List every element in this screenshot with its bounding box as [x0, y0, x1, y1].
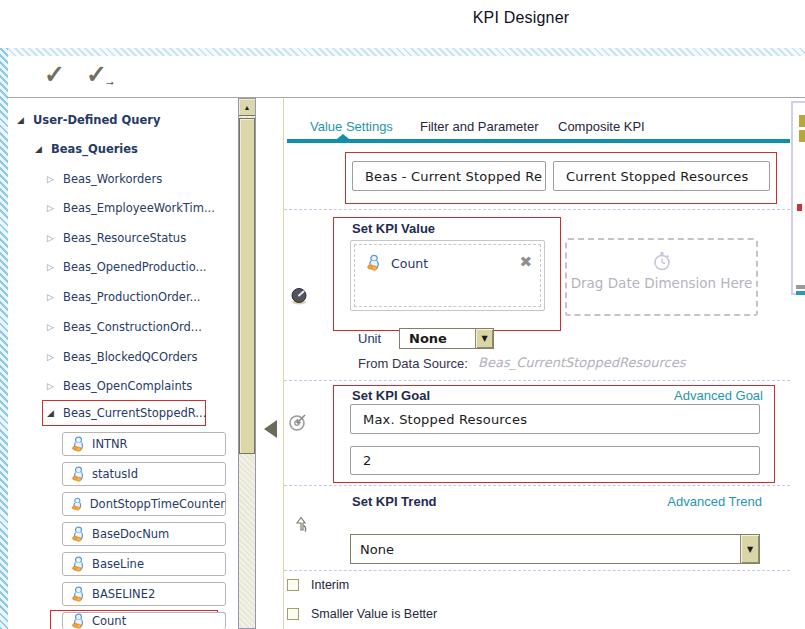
tree-item-label[interactable]: Beas_OpenedProductio...: [63, 260, 207, 274]
tree-item-label[interactable]: User-Defined Query: [33, 113, 160, 127]
tree-collapsed-icon[interactable]: ▷: [44, 174, 57, 184]
tree-expanded-icon[interactable]: ◢: [44, 408, 57, 418]
confirm-icon[interactable]: ✓: [44, 62, 65, 87]
tab-filter-and-parameter[interactable]: Filter and Parameter: [420, 119, 539, 134]
section-separator: [284, 485, 790, 486]
field-item-dontstopptimecounter[interactable]: DontStoppTimeCounter: [62, 492, 226, 516]
date-dropzone-hint: Drag Date Dimension Here: [567, 275, 756, 291]
field-item-basedocnum[interactable]: BaseDocNum: [62, 522, 226, 546]
kpi-goal-target-icon: [287, 411, 309, 433]
field-label: BASELINE2: [92, 587, 155, 601]
clipped-legend-swatch: [799, 115, 805, 127]
toolbar: ✓ ✓ →: [8, 56, 805, 97]
interim-checkbox[interactable]: [287, 579, 299, 591]
field-item-baseline2[interactable]: BASELINE2: [62, 582, 226, 606]
tree-item-label[interactable]: Beas_OpenComplaints: [63, 379, 192, 393]
measure-field-icon: [70, 556, 86, 572]
tree-item-label[interactable]: Beas_ResourceStatus: [63, 231, 186, 245]
tree-item-query[interactable]: ▷ Beas_BlockedQCOrders: [44, 348, 198, 366]
tree-collapsed-icon[interactable]: ▷: [44, 292, 57, 302]
tab-underline-bar: [287, 139, 790, 143]
measure-field-icon: [365, 254, 382, 271]
field-label: INTNR: [92, 437, 128, 451]
tree-item-label[interactable]: Beas_Queries: [51, 142, 138, 156]
dropdown-arrow-button[interactable]: ▼: [475, 329, 493, 348]
tree-item-label[interactable]: Beas_ConstructionOrd...: [63, 320, 202, 334]
tree-collapsed-icon[interactable]: ▷: [44, 352, 57, 362]
set-kpi-trend-heading: Set KPI Trend: [352, 494, 437, 509]
scrollbar-thumb[interactable]: [239, 118, 255, 454]
scrollbar-up-button[interactable]: ▲: [239, 99, 255, 116]
unit-dropdown[interactable]: None ▼: [399, 328, 494, 349]
tree-collapsed-icon[interactable]: ▷: [44, 203, 57, 213]
date-dimension-dropzone[interactable]: Drag Date Dimension Here: [565, 238, 758, 316]
kpi-technical-name-input[interactable]: Beas - Current Stopped Re: [352, 161, 546, 191]
advanced-goal-link[interactable]: Advanced Goal: [600, 388, 763, 403]
field-label: BaseLine: [92, 557, 144, 571]
field-item-baseline[interactable]: BaseLine: [62, 552, 226, 576]
measure-field-icon: [70, 466, 86, 482]
measure-chip[interactable]: [365, 254, 382, 275]
tree-expanded-icon[interactable]: ◢: [32, 144, 45, 154]
tree-item-query[interactable]: ▷ Beas_ResourceStatus: [44, 229, 186, 247]
dropdown-arrow-button[interactable]: ▼: [740, 535, 759, 563]
measure-field-icon: [70, 436, 86, 452]
chevron-down-icon: ▼: [747, 545, 753, 554]
goal-name-input[interactable]: Max. Stopped Resources: [350, 404, 760, 434]
interim-checkbox-label: Interim: [311, 578, 349, 592]
tree-collapsed-icon[interactable]: ▷: [44, 262, 57, 272]
data-source-label: From Data Source:: [358, 356, 468, 371]
kpi-value-dropzone[interactable]: Count ✖: [350, 240, 545, 311]
tree-item-beas-queries[interactable]: ◢ Beas_Queries: [32, 140, 138, 158]
trend-dropdown-value: None: [351, 542, 740, 557]
tree-item-query[interactable]: ▷ Beas_ProductionOrder...: [44, 288, 201, 306]
tree-item-label[interactable]: Beas_ProductionOrder...: [63, 290, 201, 304]
query-tree-panel: ◢ User-Defined Query ◢ Beas_Queries ▷ Be…: [8, 98, 238, 629]
tree-item-label[interactable]: Beas_EmployeeWorkTim...: [63, 201, 215, 215]
tree-collapsed-icon[interactable]: ▷: [44, 381, 57, 391]
tree-item-selected-query[interactable]: ◢ Beas_CurrentStoppedR...: [44, 404, 206, 422]
measure-chip-label: Count: [391, 256, 428, 271]
tree-item-label[interactable]: Beas_BlockedQCOrders: [63, 350, 198, 364]
tree-item-user-defined-query[interactable]: ◢ User-Defined Query: [14, 111, 160, 129]
remove-measure-icon[interactable]: ✖: [519, 253, 532, 271]
field-item-intnr[interactable]: INTNR: [62, 432, 226, 456]
field-label: BaseDocNum: [92, 527, 169, 541]
tree-collapsed-icon[interactable]: ▷: [44, 322, 57, 332]
trend-dropdown[interactable]: None ▼: [350, 534, 760, 564]
goal-value-input[interactable]: 2: [350, 446, 760, 475]
page-title: KPI Designer: [396, 9, 646, 27]
field-item-count[interactable]: Count: [62, 612, 226, 629]
panel-divider: [283, 98, 284, 629]
tree-item-label[interactable]: Beas_Workorders: [63, 172, 162, 186]
tree-item-label[interactable]: Beas_CurrentStoppedR...: [63, 406, 206, 420]
tree-item-query[interactable]: ▷ Beas_OpenComplaints: [44, 377, 192, 395]
kpi-display-name-input[interactable]: Current Stopped Resources: [553, 161, 770, 191]
tree-item-query[interactable]: ▷ Beas_ConstructionOrd...: [44, 318, 202, 336]
tree-item-query[interactable]: ▷ Beas_Workorders: [44, 170, 162, 188]
section-separator: [284, 570, 790, 571]
measure-field-icon: [70, 496, 84, 512]
field-label: Count: [92, 614, 126, 628]
unit-dropdown-value: None: [400, 331, 475, 346]
tree-collapsed-icon[interactable]: ▷: [44, 233, 57, 243]
top-hatch-band: [0, 48, 805, 56]
tree-expanded-icon[interactable]: ◢: [14, 115, 27, 125]
chevron-down-icon: ▼: [481, 334, 487, 343]
advanced-trend-link[interactable]: Advanced Trend: [600, 494, 762, 509]
clipped-red-fragment: [797, 204, 802, 211]
tree-item-query[interactable]: ▷ Beas_EmployeeWorkTim...: [44, 199, 215, 217]
tree-item-query[interactable]: ▷ Beas_OpenedProductio...: [44, 258, 207, 276]
set-kpi-value-heading: Set KPI Value: [352, 221, 435, 236]
tab-value-settings[interactable]: Value Settings: [310, 119, 393, 134]
tree-scrollbar[interactable]: ▲: [238, 98, 256, 629]
measure-field-icon: [70, 613, 86, 629]
smaller-value-is-better-checkbox[interactable]: [287, 608, 299, 620]
tab-composite-kpi[interactable]: Composite KPI: [558, 119, 645, 134]
field-item-statusid[interactable]: statusId: [62, 462, 226, 486]
measure-field-icon: [70, 526, 86, 542]
section-separator: [284, 209, 790, 210]
panel-collapse-arrow-icon[interactable]: [264, 420, 277, 438]
section-separator: [284, 380, 790, 381]
field-label: statusId: [92, 467, 138, 481]
